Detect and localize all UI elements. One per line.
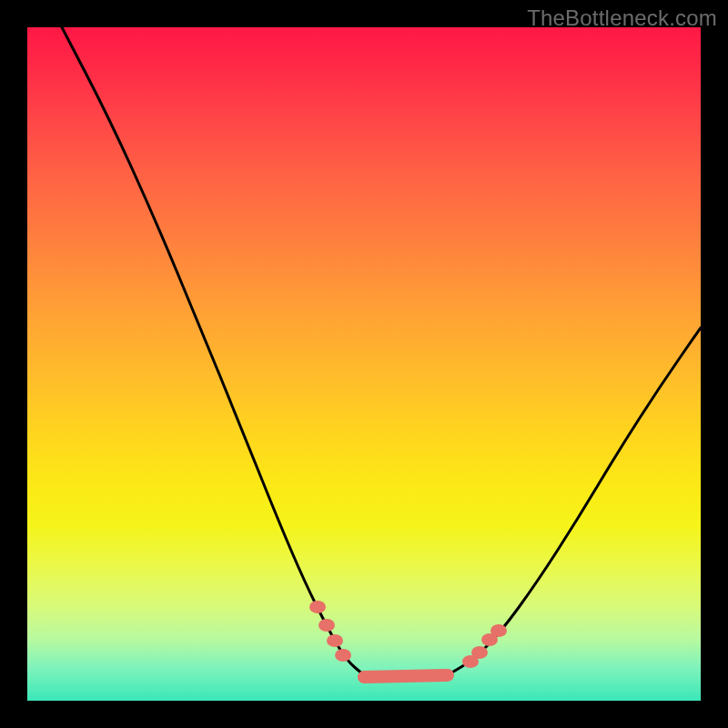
- curve-right-arm: [450, 328, 701, 673]
- marker-dot: [490, 624, 507, 637]
- marker-dot: [471, 646, 488, 659]
- chart-svg: [27, 27, 701, 701]
- marker-cluster-right: [462, 624, 507, 668]
- marker-dot: [309, 601, 326, 613]
- marker-bottom-dash: [364, 675, 448, 677]
- chart-plot-area: [27, 27, 701, 701]
- marker-dot: [318, 619, 335, 632]
- watermark-text: TheBottleneck.com: [527, 5, 717, 31]
- marker-dot: [327, 634, 343, 647]
- curve-left-arm: [62, 27, 364, 675]
- marker-dot: [335, 649, 351, 662]
